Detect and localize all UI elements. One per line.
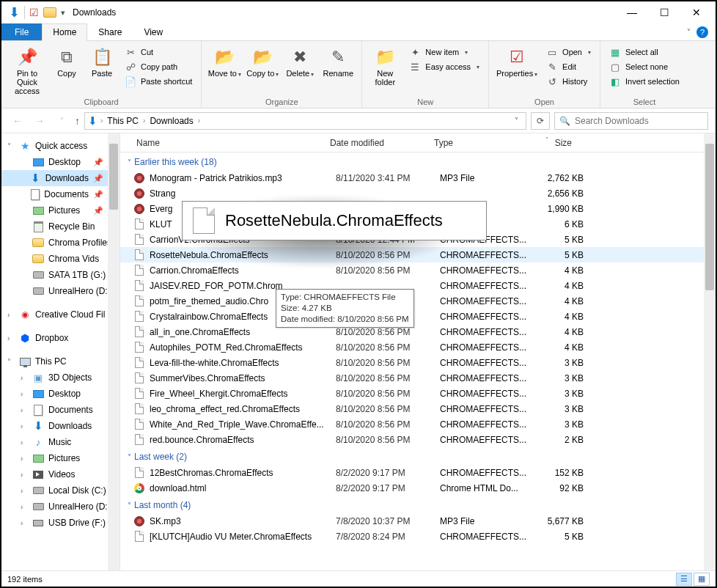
easy-access-button[interactable]: ☰Easy access▾ xyxy=(406,60,482,73)
chevron-right-icon[interactable]: › xyxy=(21,406,28,414)
refresh-button[interactable]: ⟳ xyxy=(531,112,550,130)
pin-to-quick-access-button[interactable]: 📌Pin to Quick access xyxy=(7,44,47,95)
file-row[interactable]: JAISEV.RED_FOR_POTM.Chrom CHROMAEFFECTS.… xyxy=(120,278,716,293)
chevron-right-icon[interactable]: › xyxy=(21,503,28,511)
col-type[interactable]: Type xyxy=(428,138,519,148)
col-name[interactable]: Name xyxy=(120,138,324,148)
select-all-button[interactable]: ▦Select all xyxy=(606,45,683,59)
tree-sata[interactable]: SATA 1TB (G:) xyxy=(1,267,120,283)
breadcrumb[interactable]: ⬇ › This PC › Downloads › ˅ xyxy=(84,112,526,130)
file-row[interactable]: download.html 8/2/2020 9:17 PM Chrome HT… xyxy=(120,480,716,496)
list-scrollbar[interactable] xyxy=(704,133,716,570)
search-input[interactable] xyxy=(575,116,703,126)
chevron-right-icon[interactable]: › xyxy=(21,390,28,398)
file-row[interactable]: Strang 2,656 KB xyxy=(120,185,716,201)
file-row[interactable]: Leva-fill-the-white.ChromaEffects 8/10/2… xyxy=(120,355,716,370)
tree-recycle-bin[interactable]: Recycle Bin xyxy=(1,218,120,235)
rename-button[interactable]: ✎Rename xyxy=(320,44,356,78)
file-row[interactable]: red.bounce.ChromaEffects 8/10/2020 8:56 … xyxy=(120,432,716,447)
tree-unrealhero[interactable]: UnrealHero (D:) xyxy=(1,283,120,299)
tree-music[interactable]: ›♪Music xyxy=(1,434,120,450)
group-header[interactable]: ˅Last week (2) xyxy=(120,447,716,465)
chevron-right-icon[interactable]: › xyxy=(21,374,28,382)
tree-3d-objects[interactable]: ›▣3D Objects xyxy=(1,370,120,386)
tree-downloads2[interactable]: ›⬇Downloads xyxy=(1,418,120,434)
maximize-button[interactable]: ☐ xyxy=(648,1,680,23)
chevron-down-icon[interactable]: ˅ xyxy=(7,142,15,150)
paste-shortcut-button[interactable]: 📄Paste shortcut xyxy=(122,75,195,88)
tree-desktop2[interactable]: ›Desktop xyxy=(1,386,120,402)
copy-to-button[interactable]: 📂Copy to▾ xyxy=(246,44,279,78)
chevron-right-icon[interactable]: › xyxy=(7,334,15,342)
close-button[interactable]: ✕ xyxy=(680,1,713,23)
chevron-down-icon[interactable]: ˅ xyxy=(7,358,15,366)
properties-button[interactable]: ☑Properties▾ xyxy=(495,44,539,78)
col-date[interactable]: Date modified xyxy=(324,138,428,148)
file-row[interactable]: Crystalrainbow.ChromaEffects 8/10/2020 8… xyxy=(120,309,716,324)
qat-overflow-icon[interactable]: ▾ xyxy=(61,8,65,18)
chevron-right-icon[interactable]: › xyxy=(7,311,15,319)
copy-path-button[interactable]: ☍Copy path xyxy=(122,60,195,73)
file-row[interactable]: RosetteNebula.ChromaEffects 8/10/2020 8:… xyxy=(120,247,716,262)
chevron-right-icon[interactable]: › xyxy=(21,519,28,527)
chevron-right-icon[interactable]: › xyxy=(21,438,28,446)
group-header[interactable]: ˅Earlier this week (18) xyxy=(120,152,716,170)
chevron-right-icon[interactable]: › xyxy=(21,471,28,479)
minimize-button[interactable]: — xyxy=(616,1,648,23)
tab-view[interactable]: View xyxy=(133,23,174,40)
tree-documents[interactable]: Documents📌 xyxy=(1,186,120,202)
breadcrumb-downloads[interactable]: Downloads xyxy=(148,116,194,126)
tree-unrealhero2[interactable]: ›UnrealHero (D:) xyxy=(1,499,120,515)
tree-creative-cloud[interactable]: ›◉Creative Cloud Fil xyxy=(1,306,120,323)
col-size[interactable]: ˅Size xyxy=(519,138,578,148)
open-button[interactable]: ▭Open▾ xyxy=(543,45,594,59)
view-details-button[interactable]: ☰ xyxy=(676,573,692,586)
tree-documents2[interactable]: ›Documents xyxy=(1,402,120,418)
nav-up-button[interactable]: ↑ xyxy=(75,115,80,127)
nav-recent-button[interactable]: ˅ xyxy=(53,117,70,125)
qat-properties-icon[interactable]: ☑ xyxy=(29,7,39,18)
cut-button[interactable]: ✂Cut xyxy=(122,45,195,59)
qat-folder-icon[interactable] xyxy=(43,7,56,18)
chevron-right-icon[interactable]: › xyxy=(100,117,103,125)
new-folder-button[interactable]: 📁New folder xyxy=(368,44,402,87)
file-row[interactable]: Fire_Wheel_Khergit.ChromaEffects 8/10/20… xyxy=(120,386,716,401)
edit-button[interactable]: ✎Edit xyxy=(543,60,594,73)
move-to-button[interactable]: 📂Move to▾ xyxy=(207,44,241,78)
file-row[interactable]: SummerVibes.ChromaEffects 8/10/2020 8:56… xyxy=(120,370,716,386)
tab-home[interactable]: Home xyxy=(42,23,87,41)
tab-file[interactable]: File xyxy=(1,23,42,40)
invert-selection-button[interactable]: ◧Invert selection xyxy=(606,75,683,88)
navpane-scrollbar[interactable] xyxy=(108,133,120,570)
tree-dropbox[interactable]: ›⬢Dropbox xyxy=(1,330,120,346)
qat-down-arrow-icon[interactable]: ⬇ xyxy=(9,4,20,21)
tab-share[interactable]: Share xyxy=(87,23,133,40)
tree-pictures[interactable]: Pictures📌 xyxy=(1,202,120,218)
file-row[interactable]: 12BestChromas.ChromaEffects 8/2/2020 9:1… xyxy=(120,465,716,480)
chevron-right-icon[interactable]: › xyxy=(21,455,28,463)
tree-quick-access[interactable]: ˅★Quick access xyxy=(1,138,120,154)
tree-local-c[interactable]: ›Local Disk (C:) xyxy=(1,482,120,499)
tree-pictures2[interactable]: ›Pictures xyxy=(1,450,120,466)
nav-forward-button[interactable]: → xyxy=(31,115,48,127)
help-icon[interactable]: ? xyxy=(696,26,708,38)
ribbon-collapse-icon[interactable]: ˅ xyxy=(687,28,691,36)
breadcrumb-dropdown-icon[interactable]: ˅ xyxy=(510,117,523,125)
file-row[interactable]: Autophiles_POTM_Red.ChromaEffects 8/10/2… xyxy=(120,339,716,355)
file-row[interactable]: Monogram - Patrick Patrikios.mp3 8/11/20… xyxy=(120,170,716,185)
tree-this-pc[interactable]: ˅This PC xyxy=(1,353,120,370)
file-row[interactable]: Carrion.ChromaEffects 8/10/2020 8:56 PM … xyxy=(120,262,716,278)
file-row[interactable]: White_And_Red_Triple_Wave.ChromaEffe... … xyxy=(120,416,716,432)
view-icons-button[interactable]: ▦ xyxy=(694,573,710,586)
paste-button[interactable]: 📋Paste xyxy=(87,44,117,78)
file-row[interactable]: leo_chroma_effect_red.ChromaEffects 8/10… xyxy=(120,401,716,416)
tree-downloads[interactable]: ⬇Downloads📌 xyxy=(1,170,120,186)
select-none-button[interactable]: ▢Select none xyxy=(606,60,683,73)
file-row[interactable]: SK.mp3 7/8/2020 10:37 PM MP3 File 5,677 … xyxy=(120,513,716,529)
delete-button[interactable]: ✖Delete▾ xyxy=(284,44,316,78)
chevron-right-icon[interactable]: › xyxy=(198,117,200,125)
file-row[interactable]: [KLUTCH]Audio VU Meter.ChromaEffects 7/8… xyxy=(120,529,716,544)
breadcrumb-this-pc[interactable]: This PC xyxy=(106,116,140,126)
group-header[interactable]: ˅Last month (4) xyxy=(120,496,716,513)
chevron-right-icon[interactable]: › xyxy=(21,487,28,495)
